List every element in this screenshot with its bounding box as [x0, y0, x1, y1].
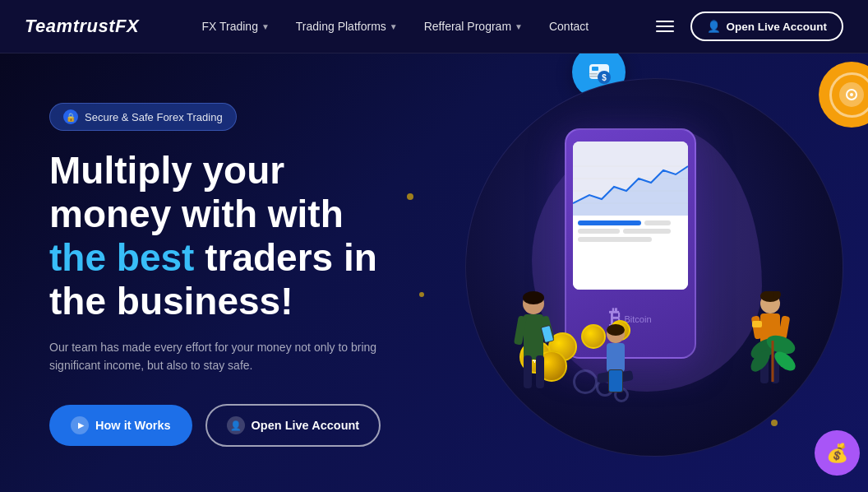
hero-big-circle: ₿ Bitcoin ₿ — [465, 78, 843, 457]
hero-title-highlight: the best — [49, 236, 194, 279]
nav-links: FX Trading ▼ Trading Platforms ▼ Reffera… — [192, 13, 598, 39]
data-row — [578, 229, 683, 234]
svg-rect-31 — [607, 343, 625, 372]
phone-screen — [573, 142, 688, 290]
plant-decoration — [748, 316, 797, 382]
hero-section: 🔒 Secure & Safe Forex Trading Multiply y… — [0, 53, 868, 492]
hamburger-line — [656, 21, 674, 22]
hero-buttons: ▶ How it Works 👤 Open Live Account — [49, 404, 381, 447]
svg-rect-26 — [536, 355, 544, 388]
chevron-down-icon: ▼ — [515, 22, 523, 31]
data-bar — [578, 220, 641, 225]
logo[interactable]: TeamtrustFX — [25, 16, 139, 37]
nav-trading-platforms[interactable]: Trading Platforms ▼ — [286, 13, 408, 39]
chevron-down-icon: ▼ — [390, 22, 398, 31]
svg-point-21 — [523, 291, 544, 304]
svg-rect-3 — [592, 67, 598, 71]
play-icon: ▶ — [71, 416, 89, 434]
money-bag-icon: 💰 — [826, 443, 848, 464]
nav-contact[interactable]: Contact — [539, 13, 598, 39]
data-bar — [578, 237, 652, 242]
secure-badge: 🔒 Secure & Safe Forex Trading — [49, 103, 237, 131]
hamburger-button[interactable] — [651, 16, 679, 37]
how-it-works-button[interactable]: ▶ How it Works — [49, 405, 192, 446]
user-icon: 👤 — [227, 416, 245, 434]
svg-rect-35 — [609, 370, 622, 392]
nav-right: 👤 Open Live Account — [651, 12, 843, 41]
navbar: TeamtrustFX FX Trading ▼ Trading Platfor… — [0, 0, 868, 53]
figure-left — [511, 291, 561, 390]
decorative-ring — [819, 62, 868, 128]
hero-subtitle: Our team has made every effort for your … — [49, 338, 378, 375]
data-bar — [578, 229, 620, 234]
hero-illustration: $ $$$ — [408, 53, 868, 492]
open-account-hero-button[interactable]: 👤 Open Live Account — [205, 404, 381, 447]
svg-rect-25 — [524, 355, 532, 388]
ring-inner — [829, 72, 869, 118]
nav-referral-program[interactable]: Refferal Program ▼ — [414, 13, 533, 39]
svg-rect-4 — [589, 73, 598, 75]
money-bag-decoration: 💰 — [815, 430, 860, 476]
data-bar — [644, 220, 671, 225]
phone-screen-chart — [573, 142, 688, 216]
phone-screen-data — [573, 216, 688, 290]
svg-text:$: $ — [602, 73, 607, 82]
figure-center — [593, 324, 639, 398]
hero-title: Multiply your money with with the best t… — [49, 149, 381, 323]
bitcoin-text: Bitcoin — [624, 314, 651, 324]
ring-center — [839, 82, 864, 107]
lock-icon: 🔒 — [63, 109, 78, 124]
hero-title-line2: money with with — [49, 193, 344, 235]
user-icon: 👤 — [707, 20, 721, 33]
nav-fx-trading[interactable]: FX Trading ▼ — [192, 13, 279, 39]
hero-title-line4: the business! — [49, 280, 293, 323]
open-account-nav-button[interactable]: 👤 Open Live Account — [690, 12, 843, 41]
chart-svg — [573, 158, 688, 216]
data-row — [578, 220, 683, 225]
chevron-down-icon: ▼ — [261, 22, 270, 31]
svg-point-30 — [607, 324, 625, 336]
hero-title-line1: Multiply your — [49, 149, 284, 192]
svg-point-1 — [850, 93, 853, 96]
hamburger-line — [656, 26, 674, 27]
data-row — [578, 237, 683, 242]
hamburger-line — [656, 30, 674, 32]
data-bar — [623, 229, 671, 234]
hero-left: 🔒 Secure & Safe Forex Trading Multiply y… — [49, 95, 381, 447]
hero-title-line3: traders in — [205, 236, 377, 279]
svg-rect-22 — [524, 314, 543, 360]
